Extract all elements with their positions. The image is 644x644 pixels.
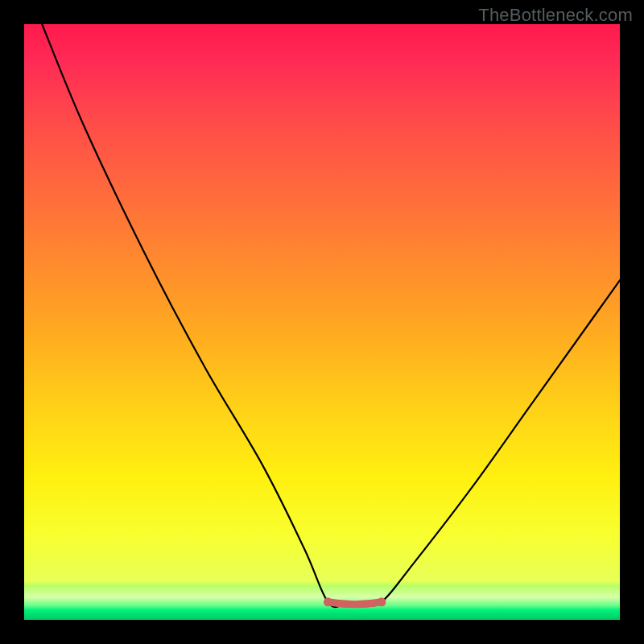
- plot-area: [24, 24, 620, 620]
- bottleneck-curve-path: [42, 24, 620, 607]
- flat-marker-start-dot: [324, 597, 332, 606]
- chart-frame: TheBottleneck.com: [0, 0, 644, 644]
- flat-marker-path: [328, 602, 382, 605]
- curve-layer: [24, 24, 620, 620]
- flat-marker-end-dot: [378, 597, 386, 606]
- watermark-text: TheBottleneck.com: [478, 5, 633, 26]
